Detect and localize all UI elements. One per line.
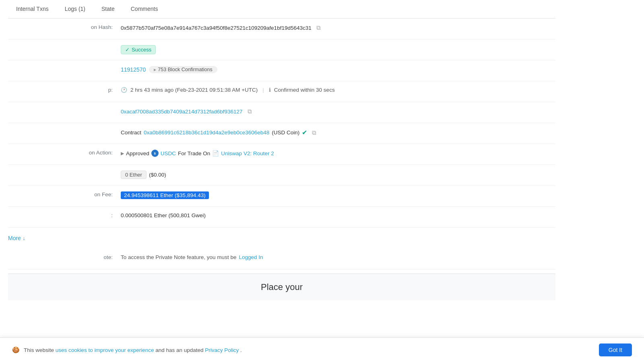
- private-note-prefix: To access the Private Note feature, you …: [121, 254, 236, 260]
- confirmations-text: 753 Block Confirmations: [158, 67, 212, 72]
- ether-label: Ether: [130, 172, 142, 178]
- more-link[interactable]: More ↓: [8, 229, 555, 247]
- action-content: ▶ Approved $ USDC For Trade On 📄 Uniswap…: [121, 150, 274, 157]
- promo-area: Place your: [8, 274, 555, 300]
- fee-label: on Fee:: [8, 191, 121, 197]
- copy-contract-icon[interactable]: ⧉: [312, 129, 316, 136]
- contract-row: Contract 0xa0b86991c6218b36c1d19d4a2e9eb…: [8, 123, 555, 144]
- uniswap-link[interactable]: Uniswap V2: Router 2: [221, 150, 274, 156]
- action-row: on Action: ▶ Approved $ USDC For Trade O…: [8, 144, 555, 165]
- clock-icon: 🕐: [121, 87, 127, 93]
- confirmations-badge: 753 Block Confirmations: [149, 66, 217, 73]
- hash-text: 0x5877b570af75e08a7e914a767c3a94f50f8e27…: [121, 25, 312, 31]
- down-arrow-icon: ↓: [23, 235, 25, 241]
- copy-from-icon[interactable]: ⧉: [248, 108, 252, 115]
- transaction-detail: on Hash: 0x5877b570af75e08a7e914a767c3a9…: [8, 19, 555, 269]
- gas-price-row: : 0.000500801 Ether (500,801 Gwei): [8, 207, 555, 228]
- contract-value: Contract 0xa0b86991c6218b36c1d19d4a2e9eb…: [121, 129, 555, 136]
- action-approved-text: Approved: [126, 150, 149, 156]
- from-value: 0xacaf7008ad335db7409a214d7312fad6bf9361…: [121, 108, 555, 115]
- tab-internal-txns[interactable]: Internal Txns: [8, 0, 57, 19]
- private-note-label: ote:: [8, 254, 121, 260]
- contract-info: Contract 0xa0b86991c6218b36c1d19d4a2e9eb…: [121, 129, 316, 136]
- gas-price-text: 0.000500801 Ether (500,801 Gwei): [121, 212, 206, 218]
- status-text: Success: [132, 47, 151, 53]
- pipe-divider: |: [262, 87, 264, 93]
- block-info: 11912570 753 Block Confirmations: [121, 66, 217, 73]
- from-row: 0xacaf7008ad335db7409a214d7312fad6bf9361…: [8, 102, 555, 123]
- contract-name-text: (USD Coin): [272, 130, 299, 136]
- block-number-link[interactable]: 11912570: [121, 66, 146, 73]
- info-icon: ℹ: [269, 87, 271, 93]
- private-note-value: To access the Private Note feature, you …: [121, 254, 555, 260]
- value-row: 0 Ether ($0.00): [8, 165, 555, 186]
- fee-amount[interactable]: 24.945398611 Ether ($35,894.43): [121, 191, 209, 199]
- from-address-link[interactable]: 0xacaf7008ad335db7409a214d7312fad6bf9361…: [121, 109, 243, 115]
- hash-row: on Hash: 0x5877b570af75e08a7e914a767c3a9…: [8, 19, 555, 39]
- fee-value: 24.945398611 Ether ($35,894.43): [121, 191, 555, 199]
- status-value: ✓ Success: [121, 45, 555, 54]
- status-badge: ✓ Success: [121, 45, 156, 54]
- more-link-row: More ↓: [8, 228, 555, 249]
- value-usd-text: ($0.00): [149, 172, 166, 178]
- timestamp-row: p: 🕐 2 hrs 43 mins ago (Feb-23-2021 09:5…: [8, 81, 555, 102]
- confirmed-text: Confirmed within 30 secs: [274, 87, 335, 93]
- verified-icon: ✔: [302, 129, 307, 136]
- tab-state[interactable]: State: [93, 0, 123, 19]
- contract-prefix: Contract: [121, 130, 141, 136]
- value-content: 0 Ether ($0.00): [121, 171, 555, 179]
- timestamp-text: 2 hrs 43 mins ago (Feb-23-2021 09:51:38 …: [130, 87, 258, 93]
- ether-pill: 0 Ether: [121, 171, 147, 179]
- promo-title: Place your: [261, 282, 303, 292]
- timestamp-value: 🕐 2 hrs 43 mins ago (Feb-23-2021 09:51:3…: [121, 87, 555, 93]
- action-arrow-icon: ▶: [121, 151, 124, 156]
- token-link[interactable]: USDC: [161, 150, 176, 156]
- action-label: on Action:: [8, 150, 121, 156]
- tab-comments[interactable]: Comments: [123, 0, 166, 19]
- hash-label: on Hash:: [8, 24, 121, 30]
- action-value: ▶ Approved $ USDC For Trade On 📄 Uniswap…: [121, 150, 555, 157]
- block-row: 11912570 753 Block Confirmations: [8, 60, 555, 81]
- checkmark-icon: ✓: [125, 47, 130, 53]
- usdc-token-icon: $: [151, 150, 159, 157]
- transaction-tabs: Internal Txns Logs (1) State Comments: [8, 0, 555, 19]
- hash-value: 0x5877b570af75e08a7e914a767c3a94f50f8e27…: [121, 24, 555, 31]
- block-value: 11912570 753 Block Confirmations: [121, 66, 555, 73]
- contract-address-link[interactable]: 0xa0b86991c6218b36c1d19d4a2e9eb0ce3606eb…: [144, 130, 269, 136]
- gas-price-value: 0.000500801 Ether (500,801 Gwei): [121, 212, 555, 218]
- private-note-row: ote: To access the Private Note feature,…: [8, 249, 555, 269]
- fee-row: on Fee: 24.945398611 Ether ($35,894.43): [8, 186, 555, 207]
- tab-logs[interactable]: Logs (1): [57, 0, 93, 19]
- action-for-text: For Trade On: [178, 150, 210, 156]
- gas-price-label: :: [8, 212, 121, 218]
- value-amount: 0: [125, 172, 128, 178]
- more-label: More: [8, 235, 21, 241]
- copy-hash-icon[interactable]: ⧉: [316, 24, 321, 31]
- timestamp-content: 🕐 2 hrs 43 mins ago (Feb-23-2021 09:51:3…: [121, 87, 335, 93]
- status-row: ✓ Success: [8, 39, 555, 60]
- logged-in-link[interactable]: Logged In: [239, 254, 263, 260]
- contract-file-icon: 📄: [212, 150, 219, 156]
- timestamp-label: p:: [8, 87, 121, 93]
